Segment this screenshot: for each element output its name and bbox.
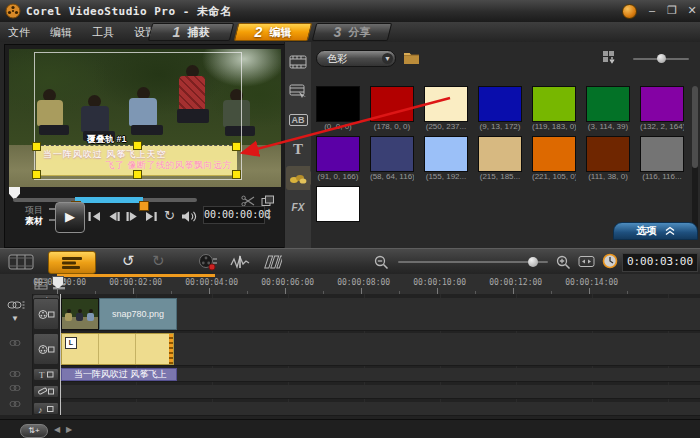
color-swatch[interactable] — [370, 136, 414, 172]
ripple-edit-toggle-icon[interactable] — [9, 400, 21, 408]
auto-music-button[interactable] — [262, 255, 282, 269]
close-button[interactable]: ✕ — [684, 4, 700, 18]
sound-mixer-button[interactable] — [230, 255, 250, 269]
overlay-track-button[interactable] — [33, 333, 59, 365]
color-swatch[interactable] — [478, 86, 522, 122]
ripple-edit-toggle-icon[interactable] — [9, 370, 21, 378]
undo-button[interactable]: ↺ — [122, 253, 135, 269]
video-clip[interactable]: snap780.png — [99, 298, 177, 330]
thumbnail-size-slider[interactable] — [633, 58, 689, 60]
volume-button[interactable] — [181, 210, 196, 223]
collapse-arrow-icon[interactable]: ▼ — [11, 314, 19, 323]
repeat-button[interactable]: ↻ — [164, 208, 179, 221]
zoom-out-icon[interactable] — [374, 255, 389, 270]
options-label: 选项 — [637, 224, 657, 238]
resize-handle[interactable] — [232, 170, 241, 179]
step-label: 编辑 — [269, 25, 291, 40]
filter-button[interactable]: FX — [286, 195, 310, 219]
scroll-right-icon[interactable]: ▶ — [66, 425, 72, 434]
resize-handle[interactable] — [133, 141, 142, 150]
color-swatch[interactable] — [370, 86, 414, 122]
go-to-end-button[interactable] — [144, 210, 159, 223]
color-swatch[interactable] — [316, 86, 360, 122]
media-button[interactable] — [286, 50, 310, 74]
color-swatch[interactable] — [316, 136, 360, 172]
swap-tracks-button[interactable]: ⇅+ — [20, 424, 48, 438]
app-icon — [5, 3, 21, 19]
color-swatch-label: (119, 183, 0) — [532, 122, 576, 132]
color-swatch[interactable] — [424, 136, 468, 172]
tab-share[interactable]: 3分享 — [314, 23, 390, 41]
project-duration-clock-icon[interactable] — [602, 253, 618, 269]
tab-edit[interactable]: 2编辑 — [236, 23, 310, 41]
timeline-view-button[interactable] — [48, 251, 96, 274]
title-button[interactable]: T — [286, 137, 310, 161]
sort-icon[interactable] — [602, 50, 618, 65]
transition-button[interactable]: AB — [286, 108, 310, 132]
menu-item[interactable]: 文件 — [8, 25, 30, 40]
resize-handle[interactable] — [133, 170, 142, 179]
ripple-edit-toggle-icon[interactable] — [9, 339, 21, 347]
add-media-folder-icon[interactable] — [403, 50, 420, 65]
voice-track-button[interactable] — [33, 385, 59, 398]
slider-knob[interactable] — [657, 54, 666, 63]
play-button[interactable]: ▶ — [55, 202, 85, 233]
previous-frame-button[interactable] — [106, 210, 121, 223]
trim-bar[interactable] — [13, 198, 197, 202]
go-to-start-button[interactable] — [87, 210, 102, 223]
color-swatch[interactable] — [586, 136, 630, 172]
library-scrollbar[interactable] — [692, 86, 698, 238]
menu-item[interactable]: 工具 — [92, 25, 114, 40]
color-swatch[interactable] — [424, 86, 468, 122]
storyboard-view-button[interactable] — [8, 254, 34, 270]
maximize-button[interactable]: ❐ — [664, 4, 680, 18]
scroll-left-icon[interactable]: ◀ — [54, 425, 60, 434]
overlay-trim-handle[interactable] — [169, 334, 173, 364]
color-swatch[interactable] — [640, 86, 684, 122]
color-swatch[interactable] — [478, 136, 522, 172]
resize-handle[interactable] — [32, 142, 41, 151]
subtitle-color-clip[interactable]: 当一阵风吹过 风筝飞上天空 飞了 像断了线的风筝飘向远方 — [36, 145, 237, 176]
zoom-in-icon[interactable] — [556, 255, 571, 270]
timeline-timecode[interactable]: 0:00:03:00 — [622, 253, 698, 272]
options-button[interactable]: 选项 — [613, 222, 698, 240]
step-number: 1 — [173, 24, 181, 40]
timeline-zoom-slider[interactable] — [398, 261, 548, 263]
resize-handle[interactable] — [32, 170, 41, 179]
menu-item[interactable]: 编辑 — [50, 25, 72, 40]
gallery-dropdown[interactable]: 色彩 ▼ — [316, 50, 396, 67]
color-swatch[interactable] — [586, 86, 630, 122]
video-clip-thumbnail[interactable] — [61, 298, 99, 330]
tab-capture[interactable]: 1捕获 — [150, 23, 232, 41]
overlay-color-clip[interactable]: L — [61, 333, 174, 365]
voice-track-row[interactable] — [60, 385, 700, 399]
library-panel: 色彩 ▼ (0, 0, 0)(178, 0, 0)(250, 237...(9,… — [311, 42, 700, 248]
record-capture-button[interactable] — [198, 253, 218, 271]
timecode-spinner[interactable]: ▲▼ — [266, 206, 272, 222]
fit-project-in-window-icon[interactable] — [578, 255, 595, 268]
music-track-button[interactable]: ♪ — [33, 402, 59, 415]
timeline-ruler[interactable]: 00:00:00:0000:00:02:0000:00:04:0000:00:0… — [0, 274, 700, 295]
next-frame-button[interactable] — [125, 210, 140, 223]
graphic-button[interactable] — [286, 166, 310, 190]
clip-mode-label[interactable]: 素材 — [25, 215, 43, 228]
svg-text:T: T — [39, 370, 45, 379]
ripple-edit-toggle-icon[interactable] — [9, 384, 21, 392]
color-swatch[interactable] — [640, 136, 684, 172]
title-clip[interactable]: 当一阵风吹过 风筝飞上 — [61, 368, 177, 381]
music-track-row[interactable] — [60, 402, 700, 416]
color-swatch[interactable] — [532, 86, 576, 122]
minimize-button[interactable]: – — [644, 4, 660, 18]
slider-knob[interactable] — [528, 257, 538, 267]
scrollbar-thumb[interactable] — [692, 86, 698, 168]
ripple-edit-master-icon[interactable] — [7, 300, 25, 310]
color-swatch-label: (0, 0, 0) — [316, 122, 360, 132]
video-track-button[interactable] — [33, 298, 59, 330]
redo-button[interactable]: ↻ — [152, 253, 165, 269]
instant-project-button[interactable] — [286, 79, 310, 103]
color-swatch[interactable] — [316, 186, 360, 222]
preview-timecode[interactable]: 00:00:00:00 — [203, 206, 265, 224]
color-swatch[interactable] — [532, 136, 576, 172]
title-track-button[interactable]: T — [33, 368, 59, 381]
resize-handle[interactable] — [232, 142, 241, 151]
